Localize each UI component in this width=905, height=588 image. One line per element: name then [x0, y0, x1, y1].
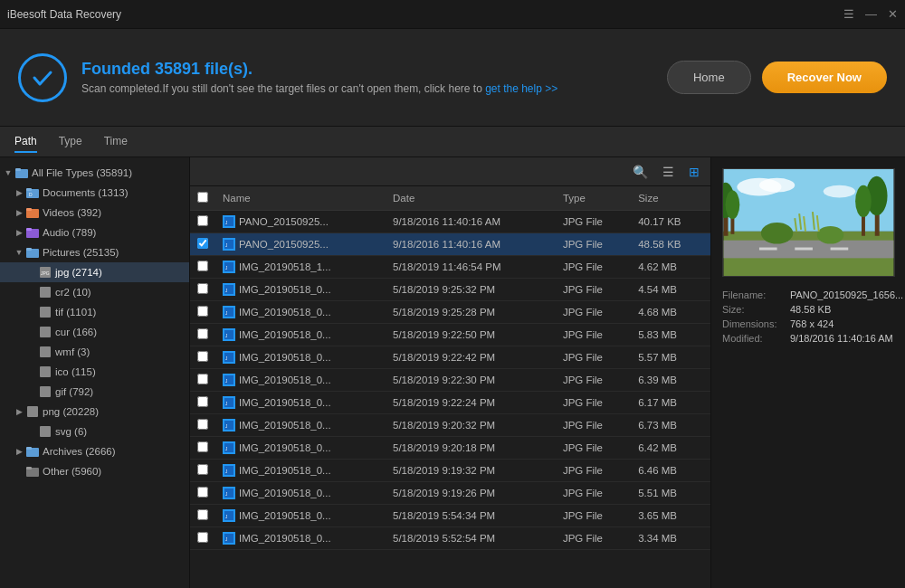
tree-item-ico[interactable]: ico (115)	[0, 362, 189, 382]
svg-rect-24	[26, 467, 32, 469]
recover-now-button[interactable]: Recover Now	[762, 62, 887, 93]
svg-rect-10	[26, 248, 32, 251]
table-row[interactable]: J IMG_20190518_0... 5/18/2019 9:22:30 PM…	[190, 369, 710, 392]
row-name-cell: J IMG_20190518_0...	[215, 392, 386, 414]
table-row[interactable]: J IMG_20190518_1... 5/18/2019 11:46:54 P…	[190, 256, 710, 279]
row-checkbox[interactable]	[197, 374, 208, 384]
row-checkbox[interactable]	[197, 487, 208, 498]
tree-item-png[interactable]: ▶ png (20228)	[0, 402, 189, 422]
svg-text:JPG: JPG	[41, 270, 50, 276]
row-name-cell: J IMG_20190518_0...	[215, 437, 386, 460]
tree-label: Archives (2666)	[43, 446, 116, 457]
svg-rect-17	[40, 366, 51, 377]
row-checkbox[interactable]	[197, 509, 208, 520]
row-name: IMG_20190518_0...	[239, 533, 331, 544]
file-thumb-icon: J	[223, 238, 235, 251]
home-button[interactable]: Home	[667, 61, 751, 94]
svg-text:J: J	[225, 243, 227, 248]
search-icon[interactable]: 🔍	[629, 161, 652, 183]
row-type: JPG File	[556, 301, 631, 324]
row-type: JPG File	[556, 482, 631, 505]
svg-text:J: J	[225, 289, 227, 293]
row-checkbox[interactable]	[197, 306, 208, 317]
tree-item-cur[interactable]: cur (166)	[0, 322, 189, 342]
row-checkbox[interactable]	[197, 441, 208, 452]
tree-item-pictures[interactable]: ▼ Pictures (25135)	[0, 242, 189, 262]
row-check-cell	[190, 437, 215, 460]
table-row[interactable]: J IMG_20190518_0... 5/18/2019 9:25:32 PM…	[190, 279, 710, 301]
tab-path[interactable]: Path	[14, 131, 37, 153]
tree-item-cr2[interactable]: cr2 (10)	[0, 282, 189, 302]
tree-item-jpg[interactable]: JPG jpg (2714)	[0, 262, 189, 282]
menu-icon[interactable]: ☰	[843, 7, 854, 21]
select-all-checkbox[interactable]	[197, 192, 208, 203]
row-checkbox[interactable]	[197, 464, 208, 475]
row-checkbox[interactable]	[197, 238, 208, 249]
tree-item-archives[interactable]: ▶ Archives (2666)	[0, 441, 189, 461]
tree-item-wmf[interactable]: wmf (3)	[0, 342, 189, 362]
svg-text:D: D	[29, 192, 33, 197]
col-date: Date	[386, 186, 556, 211]
row-checkbox[interactable]	[197, 328, 208, 339]
meta-dimensions-row: Dimensions: 768 x 424	[722, 318, 894, 329]
app-title: iBeesoft Data Recovery	[7, 8, 121, 21]
row-size: 6.39 MB	[631, 369, 710, 392]
table-row[interactable]: J PANO_20150925... 9/18/2016 11:40:16 AM…	[190, 211, 710, 233]
tree-item-audio[interactable]: ▶ Audio (789)	[0, 223, 189, 242]
file-thumb-icon: J	[223, 419, 235, 432]
tree-item-tif[interactable]: tif (1101)	[0, 302, 189, 322]
tree-label: jpg (2714)	[55, 267, 102, 278]
row-checkbox[interactable]	[197, 215, 208, 226]
svg-rect-18	[40, 386, 51, 397]
grid-view-icon[interactable]: ⊞	[685, 161, 703, 183]
table-row[interactable]: J IMG_20190518_0... 5/18/2019 9:25:28 PM…	[190, 301, 710, 324]
tree-item-videos[interactable]: ▶ Videos (392)	[0, 203, 189, 223]
svg-text:J: J	[225, 515, 227, 519]
row-date: 5/18/2019 9:20:32 PM	[386, 414, 556, 437]
table-row[interactable]: J IMG_20190518_0... 5/18/2019 9:19:26 PM…	[190, 482, 710, 505]
row-name: IMG_20190518_0...	[239, 442, 331, 453]
tree-item-all[interactable]: ▼ All File Types (35891)	[0, 163, 189, 183]
svg-text:J: J	[225, 356, 227, 361]
row-checkbox[interactable]	[197, 351, 208, 362]
tree-item-svg[interactable]: svg (6)	[0, 422, 189, 441]
folder-icon	[14, 166, 29, 180]
tab-time[interactable]: Time	[104, 131, 128, 153]
row-type: JPG File	[556, 324, 631, 346]
tree-item-gif[interactable]: gif (792)	[0, 382, 189, 402]
tree-item-other[interactable]: Other (5960)	[0, 461, 189, 481]
close-icon[interactable]: ✕	[888, 7, 898, 21]
help-link[interactable]: get the help >>	[485, 82, 557, 95]
table-row[interactable]: J IMG_20190518_0... 5/18/2019 9:22:50 PM…	[190, 324, 710, 346]
row-checkbox[interactable]	[197, 283, 208, 294]
tree-label: cr2 (10)	[55, 287, 91, 298]
row-checkbox[interactable]	[197, 261, 208, 271]
svg-text:J: J	[225, 402, 227, 406]
folder-pic-icon	[25, 245, 40, 260]
minimize-icon[interactable]: —	[865, 7, 877, 21]
table-row[interactable]: J IMG_20190518_0... 5/18/2019 9:19:32 PM…	[190, 460, 710, 482]
table-row[interactable]: J IMG_20190518_0... 5/18/2019 5:52:54 PM…	[190, 527, 710, 550]
row-size: 5.51 MB	[631, 482, 710, 505]
meta-modified-value: 9/18/2016 11:40:16 AM	[790, 333, 893, 344]
list-view-icon[interactable]: ☰	[659, 161, 678, 183]
row-checkbox[interactable]	[197, 419, 208, 430]
svg-rect-1	[15, 168, 21, 171]
table-row[interactable]: J IMG_20190518_0... 5/18/2019 9:20:32 PM…	[190, 414, 710, 437]
col-size: Size	[631, 186, 710, 211]
tree-item-documents[interactable]: ▶ D Documents (1313)	[0, 183, 189, 203]
tab-type[interactable]: Type	[59, 131, 82, 153]
table-row[interactable]: J IMG_20190518_0... 5/18/2019 5:54:34 PM…	[190, 505, 710, 527]
row-name: PANO_20150925...	[239, 239, 329, 250]
row-check-cell	[190, 460, 215, 482]
table-row[interactable]: J IMG_20190518_0... 5/18/2019 9:20:18 PM…	[190, 437, 710, 460]
table-row[interactable]: J IMG_20190518_0... 5/18/2019 9:22:42 PM…	[190, 346, 710, 369]
file-jpg-icon: JPG	[38, 265, 52, 280]
row-name: IMG_20190518_0...	[239, 329, 331, 340]
table-row[interactable]: J IMG_20190518_0... 5/18/2019 9:22:24 PM…	[190, 392, 710, 414]
row-checkbox[interactable]	[197, 396, 208, 407]
table-row[interactable]: J PANO_20150925... 9/18/2016 11:40:16 AM…	[190, 233, 710, 256]
row-checkbox[interactable]	[197, 532, 208, 543]
row-date: 5/18/2019 9:22:24 PM	[386, 392, 556, 414]
title-bar: iBeesoft Data Recovery ☰ — ✕	[0, 0, 905, 29]
